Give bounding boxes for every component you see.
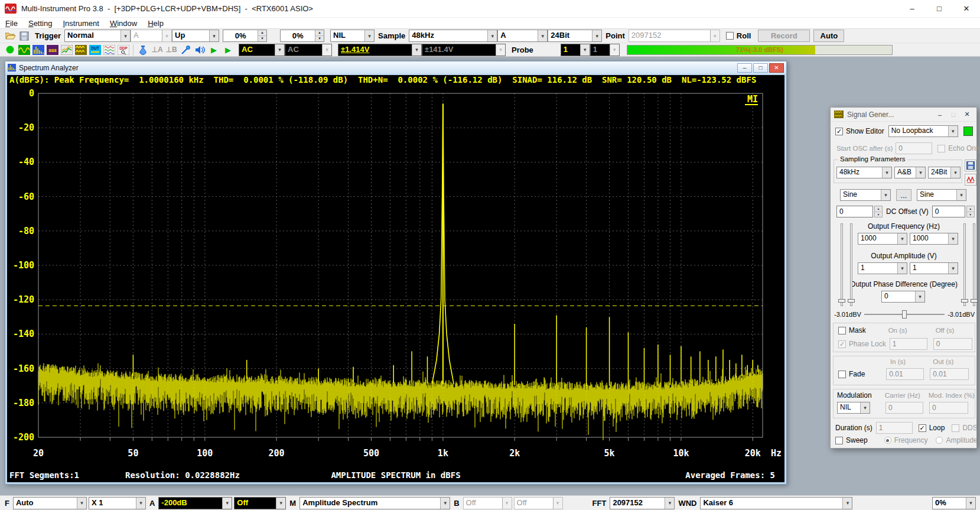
spectrum-analyzer-icon[interactable] [31, 44, 45, 56]
fft-size-select[interactable]: 2097152 [610, 497, 675, 509]
minimize-icon[interactable]: – [898, 0, 926, 17]
checkbox-box[interactable] [952, 424, 959, 432]
waveform-b-select[interactable]: Sine [917, 189, 966, 201]
record-button[interactable]: Record [758, 30, 810, 42]
sound-device-icon[interactable] [193, 44, 207, 56]
sg-waveform-library-button[interactable] [965, 174, 976, 186]
radio-circle[interactable] [884, 437, 891, 444]
echo-only-checkbox[interactable]: Echo Only [937, 144, 980, 152]
sg-maximize-button[interactable]: □ [948, 109, 959, 120]
ddp-viewer-icon[interactable]: DDP [116, 44, 131, 56]
probe-b-select[interactable]: 1 [590, 44, 620, 56]
menu-window[interactable]: Window [105, 19, 142, 28]
range-a-select[interactable]: ±1.414V [338, 44, 422, 56]
sg-channels-select[interactable]: A&B [894, 167, 926, 178]
waveform-a-select[interactable]: Sine [840, 189, 891, 201]
phase-lock-checkbox[interactable]: Phase Lock [838, 340, 886, 348]
sample-bits-select[interactable]: 24Bit [548, 30, 602, 42]
dc-offset-b-input[interactable]: 0 [932, 206, 965, 217]
view-mode-select[interactable]: Amplitude Spectrum [299, 497, 450, 509]
sg-bits-select[interactable]: 24Bit [928, 167, 961, 178]
sg-rate-select[interactable]: 48kHz [836, 167, 892, 178]
coupling-a-select[interactable]: AC [239, 44, 285, 56]
sg-save-button[interactable] [965, 160, 976, 171]
checkbox-box[interactable] [919, 424, 926, 432]
dc-offset-a-input[interactable]: 0 [836, 206, 873, 217]
amplitude-a-select[interactable]: 1 [858, 262, 907, 274]
menu-instrument[interactable]: Instrument [57, 19, 104, 28]
checkbox-box[interactable] [838, 340, 846, 348]
spectrum-3d-plot-icon[interactable] [60, 44, 74, 56]
menu-setting[interactable]: Setting [23, 19, 57, 28]
derived-data-points-icon[interactable] [102, 44, 116, 56]
sample-rate-select[interactable]: 48kHz [409, 30, 497, 42]
signal-generator-titlebar[interactable]: Signal Gener... – □ ✕ [831, 108, 976, 122]
duration-input[interactable]: 1 [876, 422, 913, 434]
mask-on-input[interactable]: 1 [890, 338, 927, 350]
trigger-mode-select[interactable]: Normal [64, 30, 131, 42]
spinner-buttons[interactable]: ▲▼ [315, 30, 324, 41]
checkbox-box[interactable] [937, 145, 945, 152]
close-icon[interactable]: ✕ [953, 0, 980, 17]
slider-handle[interactable] [971, 299, 978, 303]
calibration-icon[interactable] [136, 44, 150, 56]
sa-minimize-button[interactable]: – [737, 63, 752, 73]
balance-slider[interactable] [864, 310, 945, 319]
zero-channel-b-icon[interactable]: ⊥B [164, 44, 178, 56]
menu-file[interactable]: File [0, 19, 23, 28]
loopback-select[interactable]: No Loopback [888, 125, 958, 137]
radio-circle[interactable] [936, 437, 943, 444]
show-editor-checkbox[interactable]: Show Editor [835, 127, 884, 135]
frequency-a-select[interactable]: 1000 [858, 233, 907, 245]
play-record-icon[interactable]: ▶ [207, 44, 221, 56]
checkbox-box[interactable] [838, 327, 846, 334]
roll-checkbox[interactable]: Roll [726, 31, 751, 40]
sa-maximize-button[interactable]: □ [753, 63, 768, 73]
range-b-select[interactable]: ±141.4V [422, 44, 506, 56]
dds-checkbox[interactable]: DDS [952, 424, 977, 432]
multimeter-icon[interactable]: 888 [45, 44, 60, 56]
sweep-amplitude-radio[interactable]: Amplitude [936, 436, 977, 444]
amplitude-slider-b1[interactable] [963, 223, 966, 306]
amplitude-slider-a1[interactable] [841, 223, 843, 306]
checkbox-box[interactable] [835, 437, 843, 444]
menu-help[interactable]: Help [142, 19, 169, 28]
sg-minimize-button[interactable]: – [934, 109, 946, 120]
trigger-delay-stepper[interactable]: 0%▲▼ [280, 30, 324, 42]
slider-handle[interactable] [848, 299, 855, 303]
b-off-select[interactable]: Off [514, 497, 563, 509]
frequency-b-select[interactable]: 1000 [910, 233, 958, 245]
fade-out-input[interactable]: 0.01 [930, 368, 969, 380]
oscilloscope-icon[interactable] [17, 44, 31, 56]
a-off-select[interactable]: Off [234, 497, 286, 509]
mod-index-input[interactable]: 0 [929, 402, 968, 414]
sa-close-button[interactable]: ✕ [769, 63, 784, 73]
sample-channel-select[interactable]: A [497, 30, 548, 42]
spectrum-analyzer-titlebar[interactable]: Spectrum Analyzer – □ ✕ [5, 61, 786, 74]
amplitude-b-select[interactable]: 1 [910, 262, 958, 274]
device-test-plan-icon[interactable]: DUT [88, 44, 102, 56]
coupling-b-select[interactable]: AC [285, 44, 332, 56]
sweep-checkbox[interactable]: Sweep [835, 436, 868, 444]
carrier-input[interactable]: 0 [885, 402, 923, 414]
probe-calibration-icon[interactable] [178, 44, 193, 56]
run-stop-button[interactable] [3, 44, 17, 56]
checkbox-box[interactable] [726, 32, 734, 40]
a-range-select[interactable]: -200dB [158, 497, 232, 509]
loop-checkbox[interactable]: Loop [919, 424, 945, 432]
b-range-select[interactable]: Off [463, 497, 512, 509]
spinner-buttons[interactable]: ▲▼ [258, 30, 266, 41]
fade-checkbox[interactable]: Fade [838, 370, 865, 378]
play-current-frame-icon[interactable]: ▶ [221, 44, 235, 56]
checkbox-box[interactable] [835, 128, 843, 135]
sample-points-select[interactable]: 2097152 [629, 30, 720, 42]
amplitude-slider-b2[interactable] [973, 223, 975, 306]
amplitude-slider-a2[interactable] [850, 223, 852, 306]
mask-off-input[interactable]: 0 [933, 338, 972, 350]
dc-offset-b-stepper[interactable]: ▲▼ [966, 206, 975, 217]
slider-handle[interactable] [838, 299, 845, 303]
trigger-source-select[interactable]: A [131, 30, 172, 42]
signal-generator-icon[interactable] [74, 44, 88, 56]
spectrum-plot[interactable]: 0-20-40-60-80-100-120-140-160-180-200205… [7, 89, 786, 470]
save-file-button[interactable] [17, 30, 31, 42]
